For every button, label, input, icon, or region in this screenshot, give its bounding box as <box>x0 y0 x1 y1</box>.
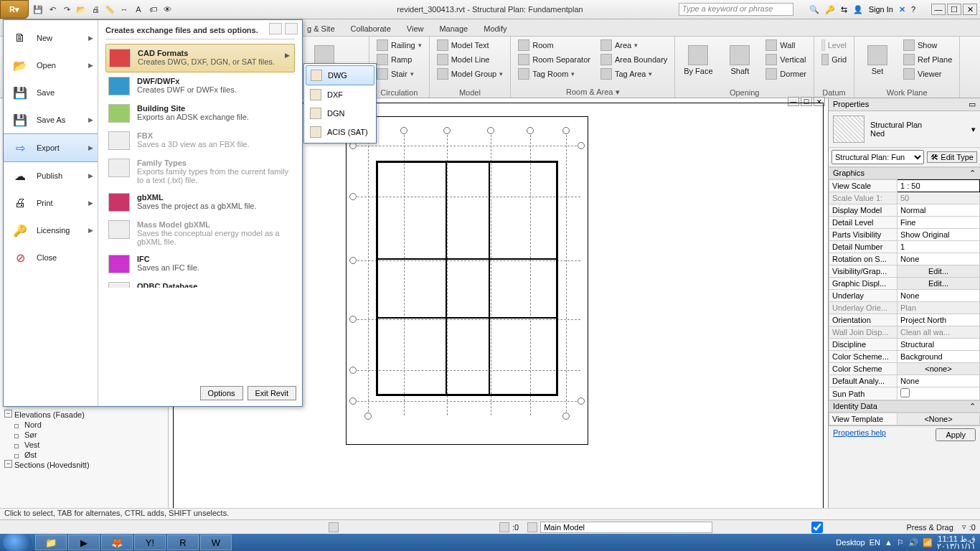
application-menu-button[interactable]: R▾ <box>0 0 29 19</box>
wall-button[interactable]: Wall <box>764 38 808 52</box>
section-graphics[interactable]: Graphics <box>833 169 864 178</box>
viewer-button[interactable]: Viewer <box>902 67 953 81</box>
tab-site[interactable]: g & Site <box>301 22 341 36</box>
edit-type-button[interactable]: 🛠Edit Type <box>927 151 977 163</box>
collapse-icon[interactable]: ⌃ <box>969 169 976 178</box>
text-icon[interactable]: A <box>132 3 145 16</box>
tray-lang[interactable]: EN <box>870 538 880 547</box>
visibility-edit-button[interactable]: Edit... <box>897 265 980 278</box>
exchange-icon[interactable]: ⇆ <box>841 5 847 14</box>
section-identity[interactable]: Identity Data <box>833 402 877 411</box>
tab-manage[interactable]: Manage <box>433 22 473 36</box>
submenu-dgn[interactable]: DGN <box>306 104 374 123</box>
tab-modify[interactable]: Modify <box>478 22 512 36</box>
tree-nord[interactable]: Nord <box>4 420 164 430</box>
vertical-button[interactable]: Vertical <box>764 52 808 67</box>
by-face-button[interactable]: By Face <box>681 38 715 83</box>
model-line-button[interactable]: Model Line <box>435 52 505 67</box>
tray-vol-icon[interactable]: 🔊 <box>908 538 918 547</box>
type-selector[interactable]: Structural Plan Ned ▾ <box>829 111 980 148</box>
stair-button[interactable]: Stair <box>375 67 423 81</box>
menu-save-as[interactable]: 💾Save As▶ <box>4 106 98 133</box>
collapse-icon-2[interactable]: ⌃ <box>969 402 976 411</box>
ramp-button[interactable]: Ramp <box>375 52 423 67</box>
tb-firefox[interactable]: 🦊 <box>101 534 133 550</box>
tree-elevations[interactable]: Elevations (Fasade) <box>4 410 164 420</box>
design-option-icon[interactable] <box>527 522 537 532</box>
model-text-button[interactable]: Model Text <box>435 38 505 52</box>
tree-sor[interactable]: Sør <box>4 430 164 440</box>
chevron-down-icon[interactable]: ▾ <box>971 125 976 134</box>
menu-open[interactable]: 📂Open▶ <box>4 52 98 79</box>
room-separator-button[interactable]: Room Separator <box>517 52 592 67</box>
press-drag-checkbox[interactable] <box>731 522 903 533</box>
dormer-button[interactable]: Dormer <box>764 67 808 81</box>
help-icon[interactable]: ? <box>911 5 915 14</box>
tab-collaborate[interactable]: Collaborate <box>345 22 397 36</box>
export-building-site[interactable]: Building SiteExports an ADSK exchange fi… <box>105 100 295 127</box>
sign-in-link[interactable]: Sign In <box>869 5 893 14</box>
export-ifc[interactable]: IFCSaves an IFC file. <box>105 250 295 278</box>
tree-sections[interactable]: Sections (Hovedsnitt) <box>4 460 164 470</box>
level-button[interactable]: Level <box>820 38 848 52</box>
tray-desktop[interactable]: Desktop <box>836 538 864 547</box>
model-group-button[interactable]: Model Group <box>435 67 505 81</box>
editable-only-icon[interactable] <box>499 522 509 532</box>
tb-yahoo[interactable]: Y! <box>134 534 166 550</box>
submenu-sat[interactable]: ACIS (SAT) <box>306 123 374 141</box>
measure-icon[interactable]: 📏 <box>103 3 116 16</box>
tag-area-button[interactable]: Tag Area <box>599 67 669 81</box>
export-dwf[interactable]: DWF/DWFxCreates DWF or DWFx files. <box>105 72 295 100</box>
submenu-dwg[interactable]: DWG <box>306 65 374 85</box>
grid-button[interactable]: Grid <box>820 52 848 67</box>
open-docs-icon[interactable] <box>285 23 298 34</box>
export-odbc[interactable]: ODBC Database <box>105 278 295 288</box>
print-icon[interactable]: 🖨 <box>89 3 102 16</box>
filter-icon[interactable]: ▿ <box>962 522 966 532</box>
apply-button[interactable]: Apply <box>936 428 976 441</box>
user-icon[interactable]: 👤 <box>853 5 863 14</box>
tb-word[interactable]: W <box>200 534 232 550</box>
view-icon[interactable]: 👁 <box>161 3 174 16</box>
menu-close[interactable]: ⊘Close <box>4 244 98 271</box>
tab-view[interactable]: View <box>401 22 430 36</box>
x-icon[interactable]: ✕ <box>899 5 905 14</box>
submenu-dxf[interactable]: DXF <box>306 85 374 104</box>
options-button[interactable]: Options <box>200 386 243 400</box>
save-icon[interactable]: 💾 <box>32 3 44 16</box>
open-icon[interactable]: 📂 <box>75 3 88 16</box>
railing-button[interactable]: Railing <box>375 38 423 52</box>
menu-save[interactable]: 💾Save <box>4 79 98 106</box>
redo-icon[interactable]: ↷ <box>60 3 73 16</box>
show-button[interactable]: Show <box>902 38 953 52</box>
dim-icon[interactable]: ↔ <box>118 3 131 16</box>
room-button[interactable]: Room <box>517 38 592 52</box>
properties-close-icon[interactable]: ▭ <box>969 100 976 109</box>
area-button[interactable]: Area <box>599 38 669 52</box>
export-gbxml[interactable]: gbXMLSaves the project as a gbXML file. <box>105 189 295 216</box>
menu-print[interactable]: 🖨Print▶ <box>4 189 98 217</box>
tag-icon[interactable]: 🏷 <box>146 3 159 16</box>
key-icon[interactable]: 🔑 <box>825 5 835 14</box>
minimize-button[interactable]: — <box>931 4 946 15</box>
undo-icon[interactable]: ↶ <box>46 3 59 16</box>
worksets-icon[interactable] <box>329 522 339 532</box>
tb-revit[interactable]: R <box>167 534 199 550</box>
export-cad-formats[interactable]: CAD FormatsCreates DWG, DXF, DGN, or SAT… <box>105 44 295 72</box>
instance-selector[interactable]: Structural Plan: Fun <box>831 150 924 164</box>
close-button[interactable]: ✕ <box>963 4 977 15</box>
menu-publish[interactable]: ☁Publish▶ <box>4 162 98 189</box>
properties-grid[interactable]: View Scale1 : 50 Scale Value 1:50 Displa… <box>829 179 980 400</box>
area-boundary-button[interactable]: Area Boundary <box>599 52 669 67</box>
design-option-input[interactable] <box>540 522 712 533</box>
tb-media[interactable]: ▶ <box>68 534 100 550</box>
exit-revit-button[interactable]: Exit Revit <box>248 386 296 400</box>
binoculars-icon[interactable]: 🔍 <box>809 5 819 14</box>
tray-clock[interactable]: 11:11 ق.ظ ٢٠١٣/١١/١١ <box>937 535 976 550</box>
tree-vest[interactable]: Vest <box>4 440 164 450</box>
menu-new[interactable]: 🗎New▶ <box>4 24 98 52</box>
tray-net-icon[interactable]: 📶 <box>923 538 933 547</box>
tag-room-button[interactable]: Tag Room <box>517 67 592 81</box>
view-template-button[interactable]: <None> <box>897 413 980 425</box>
ref-plane-button[interactable]: Ref Plane <box>902 52 953 67</box>
